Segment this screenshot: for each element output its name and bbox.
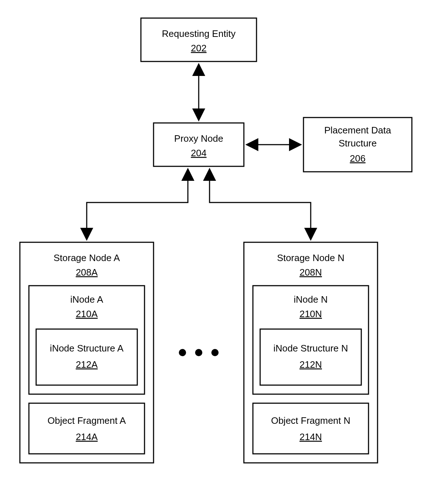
inode-struct-n-box: iNode Structure N 212N — [260, 329, 361, 385]
svg-rect-0 — [141, 18, 257, 61]
requesting-entity-label: Requesting Entity — [162, 28, 236, 39]
inode-n-label: iNode N — [294, 294, 328, 305]
placement-num: 206 — [350, 153, 365, 164]
placement-box: Placement Data Structure 206 — [303, 118, 412, 172]
object-fragment-a-box: Object Fragment A 214A — [29, 403, 145, 454]
inode-n-num: 210N — [300, 308, 322, 319]
svg-point-9 — [211, 349, 219, 356]
frag-a-label: Object Fragment A — [48, 415, 126, 426]
svg-rect-6 — [29, 403, 145, 454]
inode-struct-n-num: 212N — [300, 359, 322, 370]
inode-struct-n-label: iNode Structure N — [273, 343, 348, 354]
ellipsis-dots — [179, 349, 219, 356]
proxy-node-num: 204 — [191, 148, 206, 158]
requesting-entity-box: Requesting Entity 202 — [141, 18, 257, 61]
inode-struct-a-label: iNode Structure A — [50, 343, 124, 354]
storage-node-n-box: Storage Node N 208N iNode N 210N iNode S… — [244, 242, 378, 463]
inode-struct-a-box: iNode Structure A 212A — [36, 329, 137, 385]
inode-a-label: iNode A — [70, 294, 103, 305]
svg-rect-13 — [253, 403, 369, 454]
frag-n-num: 214N — [300, 431, 322, 442]
frag-n-label: Object Fragment N — [271, 415, 350, 426]
frag-a-num: 214A — [76, 431, 98, 442]
svg-rect-5 — [36, 329, 137, 385]
storage-a-num: 208A — [76, 267, 98, 278]
placement-label1: Placement Data — [324, 125, 392, 136]
inode-struct-a-num: 212A — [76, 359, 98, 370]
storage-n-label: Storage Node N — [277, 252, 344, 263]
placement-label2: Structure — [339, 138, 377, 149]
proxy-node-box: Proxy Node 204 — [154, 123, 244, 166]
inode-a-box: iNode A 210A iNode Structure A 212A — [29, 286, 145, 394]
svg-rect-12 — [260, 329, 361, 385]
inode-n-box: iNode N 210N iNode Structure N 212N — [253, 286, 369, 394]
arrow-proxy-storage-a — [87, 170, 188, 239]
arrow-proxy-storage-n — [210, 170, 311, 239]
proxy-node-label: Proxy Node — [174, 133, 223, 144]
storage-n-num: 208N — [300, 267, 322, 278]
svg-point-7 — [179, 349, 186, 356]
storage-node-a-box: Storage Node A 208A iNode A 210A iNode S… — [20, 242, 154, 463]
storage-a-label: Storage Node A — [53, 252, 120, 263]
object-fragment-n-box: Object Fragment N 214N — [253, 403, 369, 454]
requesting-entity-num: 202 — [191, 43, 206, 54]
inode-a-num: 210A — [76, 308, 98, 319]
svg-rect-1 — [154, 123, 244, 166]
svg-point-8 — [195, 349, 202, 356]
